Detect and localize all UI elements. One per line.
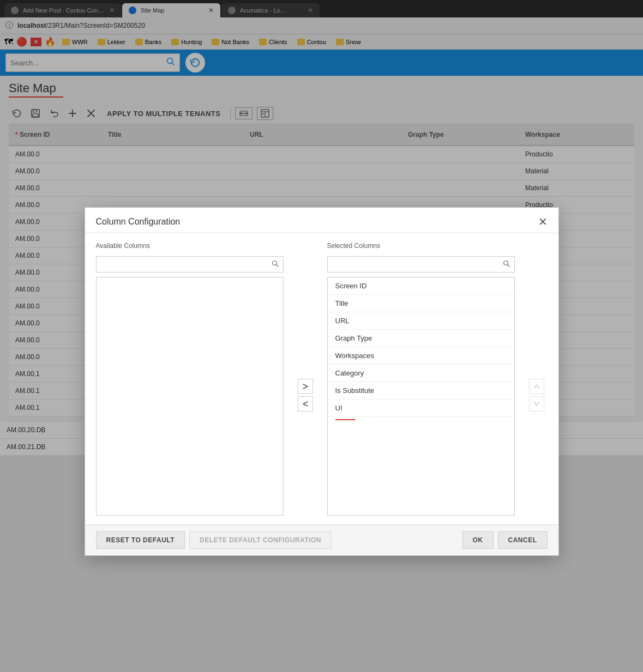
ok-button[interactable]: OK xyxy=(462,531,494,549)
selected-columns-search-input[interactable] xyxy=(332,261,501,268)
available-columns-list[interactable] xyxy=(96,277,284,516)
modal-footer: RESET TO DEFAULT DELETE DEFAULT CONFIGUR… xyxy=(85,524,558,555)
available-columns-search-input[interactable] xyxy=(101,261,269,268)
selected-column-item[interactable]: Title xyxy=(328,295,514,312)
cancel-button[interactable]: CANCEL xyxy=(498,531,548,549)
footer-right-buttons: OK CANCEL xyxy=(462,531,548,549)
available-columns-search[interactable] xyxy=(96,256,284,273)
available-search-icon xyxy=(272,260,279,269)
move-up-button[interactable] xyxy=(529,379,544,394)
delete-default-config-button[interactable]: DELETE DEFAULT CONFIGURATION xyxy=(189,531,332,549)
modal-header: Column Configuration ✕ xyxy=(85,208,558,233)
selected-search-icon xyxy=(503,260,510,269)
move-down-button[interactable] xyxy=(529,396,544,411)
modal-overlay: Column Configuration ✕ Available Columns xyxy=(0,0,643,672)
selected-column-item[interactable]: Screen ID xyxy=(328,277,514,295)
move-left-button[interactable] xyxy=(298,396,313,411)
selected-column-item[interactable]: Graph Type xyxy=(328,330,514,347)
modal-title: Column Configuration xyxy=(96,217,181,227)
svg-line-19 xyxy=(507,265,509,267)
selected-columns-label: Selected Columns xyxy=(327,242,515,250)
reset-to-default-button[interactable]: RESET TO DEFAULT xyxy=(96,531,185,549)
column-red-underline xyxy=(335,419,355,420)
selected-columns-panel: Selected Columns Screen IDTitleURLGraph … xyxy=(327,242,515,516)
move-right-button[interactable] xyxy=(298,379,313,394)
footer-left-buttons: RESET TO DEFAULT DELETE DEFAULT CONFIGUR… xyxy=(96,531,332,549)
selected-column-item[interactable]: Category xyxy=(328,365,514,382)
modal-close-button[interactable]: ✕ xyxy=(538,216,548,227)
selected-columns-list[interactable]: Screen IDTitleURLGraph TypeWorkspacesCat… xyxy=(327,277,515,516)
transfer-arrows xyxy=(295,275,316,516)
svg-line-17 xyxy=(276,265,278,267)
selected-column-item[interactable]: Is Substitute xyxy=(328,382,514,399)
column-config-modal: Column Configuration ✕ Available Columns xyxy=(85,207,559,556)
selected-column-item[interactable]: UI xyxy=(328,399,514,417)
selected-column-item[interactable]: Workspaces xyxy=(328,347,514,365)
available-columns-panel: Available Columns xyxy=(96,242,284,516)
selected-column-item[interactable]: URL xyxy=(328,312,514,330)
modal-body: Available Columns xyxy=(85,233,558,524)
sort-arrows xyxy=(526,275,548,516)
selected-columns-search[interactable] xyxy=(327,256,515,273)
available-columns-label: Available Columns xyxy=(96,242,284,250)
